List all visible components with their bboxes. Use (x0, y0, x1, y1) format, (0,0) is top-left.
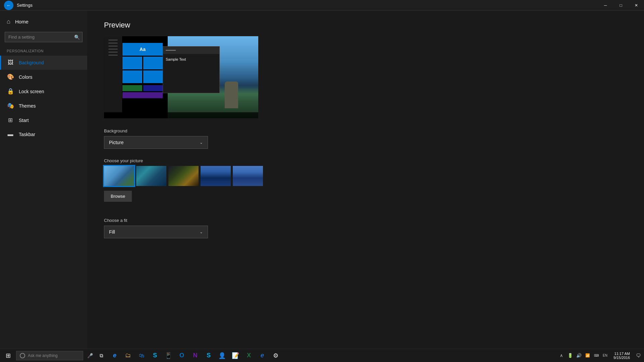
preview-container: Aa (104, 36, 258, 118)
sidebar-item-start[interactable]: ⊞ Start (0, 113, 87, 127)
fit-dropdown-value: Fill (109, 229, 115, 235)
background-dropdown-value: Picture (109, 140, 124, 145)
taskbar-app-settings[interactable]: ⚙ (269, 349, 282, 362)
taskbar-app-excel[interactable]: X (242, 349, 256, 362)
taskbar-app-edge[interactable]: e (108, 349, 121, 362)
app-body: ⌂ Home 🔍 Personalization 🖼 Background 🎨 … (0, 11, 644, 349)
volume-icon[interactable]: 🔊 (575, 349, 583, 362)
picture-thumb-1[interactable] (104, 166, 134, 186)
start-icon: ⊞ (7, 117, 14, 124)
search-circle-icon (20, 353, 25, 358)
taskbar-app-store[interactable]: 🛍 (135, 349, 148, 362)
battery-icon[interactable]: 🔋 (566, 349, 575, 362)
clock-time: 11:17 AM (614, 352, 630, 356)
task-view-button[interactable]: ⧉ (95, 349, 108, 362)
preview-sidebar (104, 36, 122, 112)
taskbar-app-outlook[interactable]: O (175, 349, 189, 362)
title-bar: ← Settings ─ □ ✕ (0, 0, 644, 11)
preview-dialog-title (163, 47, 219, 54)
sidebar-dot-1 (108, 40, 118, 41)
preview-tile-wide (122, 92, 163, 98)
sidebar-dot-3 (108, 46, 118, 47)
picture-thumb-5[interactable] (233, 166, 263, 186)
taskbar-app-onenote[interactable]: N (189, 349, 202, 362)
search-icon: 🔍 (74, 35, 80, 40)
language-icon[interactable]: EN (601, 349, 609, 362)
taskbar-search-box[interactable]: Ask me anything (16, 351, 83, 360)
sidebar-dot-2 (108, 43, 118, 44)
sidebar-dot-6 (108, 55, 118, 56)
sidebar-item-lock-screen[interactable]: 🔒 Lock screen (0, 84, 87, 99)
taskbar-app-ie[interactable]: e (256, 349, 269, 362)
sidebar-item-themes[interactable]: 🎭 Themes (0, 99, 87, 113)
choose-picture-section: Choose your picture Browse (104, 158, 627, 208)
picture-thumb-2[interactable] (136, 166, 166, 186)
main-content: Preview (87, 11, 644, 349)
preview-tile-1 (122, 57, 142, 69)
choose-fit-section: Choose a fit Fill ⌄ (104, 218, 627, 238)
taskbar-app-skype2[interactable]: S (202, 349, 215, 362)
sidebar-dot-4 (108, 49, 118, 50)
preview-tile-small-2 (143, 85, 163, 91)
picture-thumb-3[interactable] (168, 166, 199, 186)
close-button[interactable]: ✕ (629, 0, 644, 11)
sidebar-search-container: 🔍 (5, 32, 83, 42)
preview-rock (225, 81, 238, 108)
taskbar-app-people[interactable]: 👤 (215, 349, 229, 362)
sidebar-item-background[interactable]: 🖼 Background (0, 56, 87, 70)
chevron-down-icon-fit: ⌄ (200, 230, 203, 234)
clock-date: 9/15/2016 (613, 356, 630, 360)
window-controls: ─ □ ✕ (598, 0, 644, 11)
background-icon: 🖼 (7, 59, 14, 66)
back-button[interactable]: ← (4, 1, 13, 10)
sidebar-item-home[interactable]: ⌂ Home (0, 14, 87, 29)
taskbar-app-explorer[interactable]: 🗂 (121, 349, 135, 362)
preview-tile-4 (143, 70, 163, 83)
minimize-button[interactable]: ─ (598, 0, 613, 11)
preview-tiles: Aa (122, 43, 163, 97)
choose-picture-label: Choose your picture (104, 158, 627, 163)
background-dropdown[interactable]: Picture ⌄ (104, 136, 208, 149)
maximize-button[interactable]: □ (613, 0, 629, 11)
taskbar-icon: ▬ (7, 131, 14, 138)
preview-tile-2 (143, 57, 163, 69)
taskbar-app-phone[interactable]: 📱 (162, 349, 175, 362)
taskbar-apps: ⧉ e 🗂 🛍 S 📱 O N S 👤 📝 X e ⚙ (95, 349, 282, 362)
personalization-label: Personalization (0, 48, 87, 56)
taskbar-search-text: Ask me anything (28, 353, 58, 358)
microphone-icon[interactable]: 🎤 (87, 352, 93, 359)
sidebar: ⌂ Home 🔍 Personalization 🖼 Background 🎨 … (0, 11, 87, 349)
preview-dialog-title-bar (166, 50, 176, 51)
browse-button[interactable]: Browse (104, 191, 132, 202)
taskbar-app-skype[interactable]: S (148, 349, 162, 362)
tray-expand-icon[interactable]: ∧ (557, 349, 566, 362)
sidebar-dot-5 (108, 52, 118, 53)
background-section: Background Picture ⌄ (104, 128, 627, 149)
taskbar-right: ∧ 🔋 🔊 📶 ⌨ EN 11:17 AM 9/15/2016 🗨 (557, 349, 643, 362)
network-icon[interactable]: 📶 (583, 349, 592, 362)
picture-thumb-4[interactable] (201, 166, 231, 186)
preview-dialog: Sample Text (163, 46, 220, 93)
notification-icon[interactable]: 🗨 (634, 349, 643, 362)
keyboard-icon[interactable]: ⌨ (592, 349, 601, 362)
home-label: Home (15, 19, 29, 24)
chevron-down-icon: ⌄ (200, 140, 203, 145)
sidebar-item-colors[interactable]: 🎨 Colors (0, 70, 87, 84)
picture-grid (104, 166, 627, 186)
preview-title: Preview (104, 21, 627, 29)
taskbar-app-notes[interactable]: 📝 (229, 349, 242, 362)
search-input[interactable] (5, 32, 83, 42)
themes-icon: 🎭 (7, 102, 14, 109)
taskbar: ⊞ Ask me anything 🎤 ⧉ e 🗂 🛍 S 📱 O N S 👤 … (0, 349, 644, 362)
home-icon: ⌂ (7, 18, 10, 25)
sidebar-item-taskbar[interactable]: ▬ Taskbar (0, 127, 87, 141)
start-button[interactable]: ⊞ (1, 349, 15, 362)
preview-dialog-text: Sample Text (163, 54, 219, 65)
choose-fit-label: Choose a fit (104, 218, 627, 223)
system-tray: ∧ 🔋 🔊 📶 ⌨ EN (557, 349, 609, 362)
clock[interactable]: 11:17 AM 9/15/2016 (609, 349, 634, 362)
preview-tile-aa: Aa (122, 43, 163, 56)
window-title: Settings (17, 3, 33, 8)
fit-dropdown[interactable]: Fill ⌄ (104, 226, 208, 238)
preview-desktop: Aa (104, 36, 258, 118)
